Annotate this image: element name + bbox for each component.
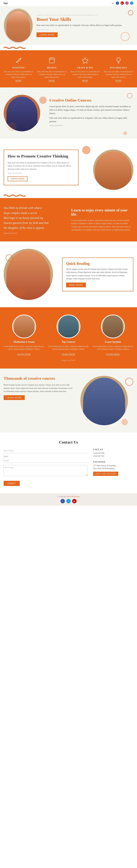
- course-top: Top Courses Lorem ipsum dolor sit amet, …: [48, 315, 89, 355]
- message-form-group: [4, 465, 88, 477]
- thousands-learn-more-button[interactable]: LEARN MORE: [4, 395, 25, 400]
- psychology-icon: [114, 56, 123, 65]
- terms-link[interactable]: Terms of Services: [67, 495, 80, 497]
- course-spanish-image: [101, 315, 125, 338]
- course-top-image: [57, 315, 80, 338]
- skill-design-link[interactable]: MORE: [49, 80, 55, 82]
- hero-title: Boost Your Skills: [37, 17, 133, 22]
- creative-online-section: Creative Online Courses Lorem ipsum dolo…: [0, 87, 137, 138]
- creative-online-title: Creative Online Courses: [49, 98, 133, 102]
- skill-design: DESIGN Duis aute irure dolor in reprehen…: [37, 56, 67, 82]
- enjoy-image-credit: image from Pexels: [4, 232, 66, 234]
- skill-craft-title: CRAFT & DIY: [70, 66, 100, 69]
- quick-deco-circle2: [14, 288, 25, 298]
- nav-instagram-icon[interactable]: ◎: [125, 1, 129, 5]
- skill-craft-text: Duis aute irure dolor in reprehenderit i…: [70, 70, 100, 79]
- hero-section: Sample text. Click to select the text bo…: [0, 6, 137, 45]
- footer-youtube-icon[interactable]: ▶: [72, 499, 76, 503]
- logo: logo: [4, 2, 8, 5]
- hero-deco-circle2: [121, 32, 130, 41]
- course-spanish: Learn Spanish Lorem ipsum dolor sit amet…: [93, 315, 133, 355]
- thousands-deco-circle1: [125, 378, 133, 386]
- course-meditation-link[interactable]: LEARN MORE: [17, 353, 31, 355]
- painting-icon: [14, 56, 23, 65]
- svg-rect-1: [49, 58, 55, 63]
- course-meditation-image: [12, 315, 36, 338]
- name-input[interactable]: [4, 448, 88, 453]
- quick-read-more-button[interactable]: READ MORE: [66, 283, 86, 287]
- skill-psychology-text: Duis aute irure dolor in reprehenderit i…: [104, 70, 134, 79]
- course-spanish-text: Lorem ipsum dolor sit amet, consectetur …: [93, 345, 133, 350]
- design-icon: [47, 56, 57, 65]
- hero-content: Sample text. Click to select the text bo…: [37, 14, 133, 37]
- thousands-deco-circle2: [122, 419, 128, 425]
- three-courses-section: Meditation Lessons Lorem ipsum dolor sit…: [0, 307, 137, 369]
- visit-offices-button[interactable]: VISIT OUR OFFICES: [93, 472, 118, 476]
- contact-title: Contact Us: [4, 440, 133, 444]
- course-spanish-title: Learn Spanish: [93, 341, 133, 343]
- creative-right-deco2: [123, 131, 127, 135]
- wave-svg-2: [4, 194, 26, 196]
- nav-email-icon[interactable]: ✉: [111, 1, 114, 5]
- phone1: 1234 567 890: [93, 452, 133, 454]
- skills-grid: PAINTING Duis aute irure dolor in repreh…: [4, 56, 133, 82]
- enjoy-quote: You think my friends with what a large c…: [4, 206, 66, 230]
- enjoy-quote-area: You think my friends with what a large c…: [4, 206, 66, 234]
- thousands-image-area: [80, 376, 133, 425]
- footer: © copyright Terms of Services f t ▶: [0, 493, 137, 505]
- contact-info: CALL US 1234 567 890 1234 547 991 LOCATI…: [93, 448, 133, 486]
- thousands-content: Thousands of creative courses Morbi temp…: [4, 376, 75, 400]
- promote-box: How to Promote Creative Thinking Duis au…: [4, 150, 78, 185]
- enjoy-text: Lorem ipsum dolor sit amet, consectetur …: [71, 219, 133, 231]
- thousands-section: Thousands of creative courses Morbi temp…: [0, 369, 137, 433]
- submit-button[interactable]: SUBMIT: [4, 481, 20, 486]
- quick-reading-content: Quick Reading Morbi tempus iaculis urna …: [62, 257, 133, 291]
- thousands-title: Thousands of creative courses: [4, 376, 75, 381]
- courses-image-credit: Image from Pexels: [4, 359, 133, 361]
- promote-person-image: [93, 150, 133, 190]
- promote-learn-more-button[interactable]: LEARN MORE: [8, 176, 27, 181]
- wave-divider-2: [0, 193, 137, 198]
- contact-section: Contact Us Email SUBMIT CALL US 1234 567…: [0, 433, 137, 493]
- quick-image-area: [4, 249, 62, 300]
- nav-youtube-icon[interactable]: ▶: [121, 1, 124, 5]
- enjoy-section: You think my friends with what a large c…: [0, 198, 137, 241]
- enjoy-title: Learn to enjoy every minute of your life…: [71, 208, 133, 217]
- course-meditation-title: Meditation Lessons: [4, 341, 44, 343]
- creative-deco-circle2: [7, 122, 16, 131]
- course-meditation-text: Lorem ipsum dolor sit amet, consectetur …: [4, 345, 44, 350]
- email-input[interactable]: [4, 458, 88, 463]
- course-top-link[interactable]: LEARN MORE: [62, 353, 75, 355]
- skill-psychology-link[interactable]: MORE: [115, 80, 122, 82]
- footer-facebook-icon[interactable]: f: [61, 499, 65, 503]
- call-us-title: CALL US: [93, 448, 133, 451]
- course-spanish-link[interactable]: LEARN MORE: [106, 353, 120, 355]
- skill-design-text: Duis aute irure dolor in reprehenderit i…: [37, 70, 67, 79]
- creative-online-image-credit: Image from Pexels: [49, 124, 133, 126]
- svg-marker-4: [82, 58, 88, 63]
- quick-title: Quick Reading: [66, 261, 129, 266]
- creative-online-text2: Duis aute irure dolor in reprehenderit i…: [49, 116, 133, 123]
- creative-online-image: [4, 95, 44, 131]
- quick-section: Quick Reading Morbi tempus iaculis urna …: [0, 241, 137, 307]
- location-section: LOCATION 177 West Street, St Standup, Ne…: [93, 461, 133, 476]
- skill-craft-link[interactable]: MORE: [82, 80, 88, 82]
- quick-text: Morbi tempus iaculis urna id volutpat la…: [66, 268, 129, 280]
- hero-learn-more-button[interactable]: LEARN MORE: [37, 32, 58, 37]
- nav-facebook-icon[interactable]: f: [116, 1, 119, 5]
- skill-painting-link[interactable]: MORE: [15, 80, 22, 82]
- courses-grid: Meditation Lessons Lorem ipsum dolor sit…: [4, 315, 133, 355]
- footer-copyright: © copyright Terms of Services: [4, 495, 133, 497]
- hero-description: Duis aute irure dolor in reprehenderit i…: [37, 24, 133, 27]
- skill-craft: CRAFT & DIY Duis aute irure dolor in rep…: [70, 56, 100, 82]
- thousands-text: Morbi tempus iaculis urna id volutpat la…: [4, 383, 75, 393]
- wave-divider-1: [0, 45, 137, 50]
- footer-twitter-icon[interactable]: t: [66, 499, 71, 503]
- navigation: logo ✉ f ▶ ◎ 🐦: [0, 0, 137, 6]
- message-input[interactable]: [4, 465, 88, 476]
- skill-painting: PAINTING Duis aute irure dolor in repreh…: [4, 56, 33, 82]
- hero-image-credit: image from Pexels: [37, 29, 133, 31]
- nav-twitter-icon[interactable]: 🐦: [130, 1, 133, 5]
- location-title: LOCATION: [93, 461, 133, 463]
- creative-online-text1: Lorem ipsum dolor sit amet, consectetur …: [49, 105, 133, 115]
